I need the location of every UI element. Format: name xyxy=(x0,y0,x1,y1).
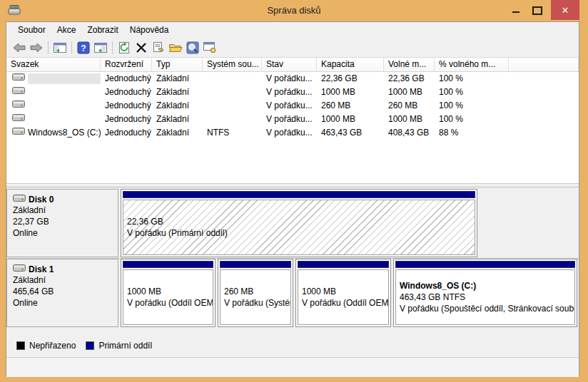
console-tree-icon[interactable] xyxy=(51,40,69,56)
column-header-2[interactable]: Typ xyxy=(152,58,203,72)
toolbar-separator xyxy=(48,41,49,54)
table-row[interactable]: JednoduchýZákladníV pořádku...1000 MB100… xyxy=(6,86,579,99)
column-header-5[interactable]: Kapacita xyxy=(317,58,384,72)
table-row[interactable]: JednoduchýZákladníV pořádku...22,36 GB22… xyxy=(6,72,579,86)
partition-body: 1000 MBV pořádku (Oddíl OEM) xyxy=(298,269,389,325)
table-cell: Jednoduchý xyxy=(101,72,152,86)
selection-highlight xyxy=(28,73,101,84)
disk-info-line: 22,37 GB xyxy=(13,216,118,227)
close-button[interactable]: ✕ xyxy=(551,0,579,20)
table-cell xyxy=(509,126,579,140)
partition-text-line: V pořádku (Spouštěcí oddíl, Stránkovací … xyxy=(400,303,574,314)
toolbar-separator xyxy=(112,41,113,54)
disk-icon xyxy=(13,194,26,205)
status-bar xyxy=(6,357,579,377)
column-header-0[interactable]: Svazek xyxy=(6,58,101,72)
volume-table-header: SvazekRozvrženíTypSystém sou...StavKapac… xyxy=(6,58,579,72)
table-cell: 260 MB xyxy=(317,99,384,113)
partition-text-line: 22,36 GB xyxy=(127,216,475,227)
maximize-button[interactable] xyxy=(527,0,548,20)
table-cell: 22,36 GB xyxy=(384,72,435,86)
table-row[interactable]: Windows8_OS (C:)JednoduchýZákladníNTFSV … xyxy=(6,126,579,140)
help-icon[interactable]: ? xyxy=(75,40,92,56)
table-cell: 408,43 GB xyxy=(384,126,435,140)
table-cell: 100 % xyxy=(435,113,509,126)
column-header-4[interactable]: Stav xyxy=(262,58,317,72)
partition-header-bar xyxy=(395,261,575,268)
table-cell: Jednoduchý xyxy=(101,86,152,99)
partition[interactable]: Windows8_OS (C:)463,43 GB NTFSV pořádku … xyxy=(393,259,577,327)
open-icon[interactable] xyxy=(167,40,184,56)
volume-table-body: JednoduchýZákladníV pořádku...22,36 GB22… xyxy=(6,72,579,140)
manage-icon[interactable] xyxy=(201,40,218,56)
partition-text-line: 463,43 GB NTFS xyxy=(400,291,574,303)
disk-partitions-0: 22,36 GBV pořádku (Primární oddíl) xyxy=(121,189,477,257)
partition[interactable]: 1000 MBV pořádku (Oddíl OEM) xyxy=(121,259,216,327)
back-icon[interactable] xyxy=(11,40,28,56)
disk-label-1[interactable]: Disk 1Základní465,64 GBOnline xyxy=(6,259,118,327)
menu-item-akce[interactable]: Akce xyxy=(51,23,82,37)
close-icon: ✕ xyxy=(562,5,569,16)
delete-icon[interactable] xyxy=(133,40,150,56)
disk-name-text: Disk 1 xyxy=(29,264,54,274)
disk-partitions-1: 1000 MBV pořádku (Oddíl OEM)260 MBV pořá… xyxy=(121,259,577,327)
table-row[interactable]: JednoduchýZákladníV pořádku...260 MB260 … xyxy=(6,99,579,113)
refresh-icon[interactable] xyxy=(116,40,133,56)
table-cell: 260 MB xyxy=(384,99,435,113)
partition[interactable]: 260 MBV pořádku (Systém xyxy=(218,259,293,327)
table-cell: Jednoduchý xyxy=(101,113,152,126)
disk-row-1: Disk 1Základní465,64 GBOnline1000 MBV po… xyxy=(6,259,579,328)
partition-body: 260 MBV pořádku (Systém xyxy=(220,269,291,325)
table-cell: Základní xyxy=(152,99,203,113)
volume-icon xyxy=(12,113,25,126)
toolbar-separator xyxy=(71,41,72,54)
show-hide-pane-icon[interactable] xyxy=(92,40,109,56)
minimize-icon xyxy=(512,11,519,13)
window-content: SouborAkceZobrazitNápověda ? SvazekRozvr… xyxy=(6,21,579,376)
primary-partition-swatch xyxy=(86,341,94,350)
column-header-6[interactable]: Volné m... xyxy=(384,58,435,72)
partition-body: 1000 MBV pořádku (Oddíl OEM) xyxy=(123,269,213,325)
svg-text:?: ? xyxy=(81,43,86,53)
table-cell: V pořádku... xyxy=(262,86,317,99)
partition-header-bar xyxy=(123,191,475,198)
table-cell: 1000 MB xyxy=(384,113,435,126)
table-cell: 22,36 GB xyxy=(317,72,384,86)
table-cell: 100 % xyxy=(435,86,509,99)
table-cell xyxy=(509,113,579,126)
maximize-icon xyxy=(532,6,542,15)
column-header-8[interactable] xyxy=(509,58,579,72)
table-row[interactable]: JednoduchýZákladníV pořádku...1000 MB100… xyxy=(6,113,579,126)
table-cell xyxy=(509,99,579,113)
zoom-icon[interactable] xyxy=(184,40,201,56)
column-header-3[interactable]: Systém sou... xyxy=(203,58,262,72)
table-cell xyxy=(203,99,262,113)
menu-item-zobrazit[interactable]: Zobrazit xyxy=(81,23,123,37)
partition[interactable]: 1000 MBV pořádku (Oddíl OEM) xyxy=(295,259,391,327)
column-header-1[interactable]: Rozvržení xyxy=(101,58,152,72)
partition-text-line: V pořádku (Oddíl OEM) xyxy=(302,297,388,309)
menu-item-soubor[interactable]: Soubor xyxy=(12,23,51,37)
menu-item-npovda[interactable]: Nápověda xyxy=(124,23,175,37)
table-cell: NTFS xyxy=(203,126,262,140)
column-header-7[interactable]: % volného m... xyxy=(435,58,509,72)
disk-name: Disk 1 xyxy=(13,264,118,274)
disk-icon xyxy=(13,264,26,274)
volume-icon xyxy=(12,72,25,86)
table-cell: V pořádku... xyxy=(262,113,317,126)
partition-text-line: V pořádku (Primární oddíl) xyxy=(127,227,475,239)
forward-icon[interactable] xyxy=(28,40,45,56)
volume-name-cell xyxy=(6,99,101,113)
legend-item: Primární oddíl xyxy=(86,341,152,351)
minimize-button[interactable] xyxy=(505,0,527,20)
partition[interactable]: 22,36 GBV pořádku (Primární oddíl) xyxy=(121,189,477,257)
properties-icon[interactable] xyxy=(150,40,167,56)
table-cell: 1000 MB xyxy=(317,86,384,99)
disk-label-0[interactable]: Disk 0Základní22,37 GBOnline xyxy=(6,189,118,257)
disk-graphical-view: Disk 0Základní22,37 GBOnline22,36 GBV po… xyxy=(6,187,579,334)
table-cell: 100 % xyxy=(435,72,509,86)
titlebar: Správa disků ✕ xyxy=(0,0,588,21)
table-cell: 1000 MB xyxy=(384,86,435,99)
volume-name-cell xyxy=(6,72,101,86)
table-cell: Základní xyxy=(152,126,203,140)
